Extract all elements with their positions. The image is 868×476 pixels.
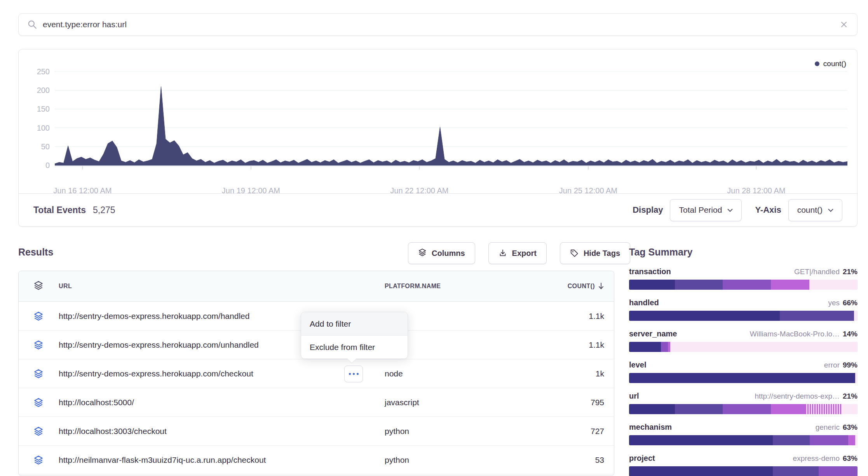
hide-tags-button-label: Hide Tags <box>584 249 620 258</box>
tag-distribution-bar[interactable] <box>629 311 858 321</box>
tag-bar-segment <box>661 342 668 352</box>
tag-top-value: yes <box>828 299 840 307</box>
table-header-row: URL PLATFORM.NAME COUNT() <box>19 271 614 302</box>
tag-bar-segment <box>629 466 773 476</box>
tag-bar-segment <box>675 280 723 290</box>
tag-distribution-bar[interactable] <box>629 466 858 476</box>
count-cell[interactable]: 795 <box>591 388 604 416</box>
tag-bar-segment <box>723 404 770 414</box>
count-cell[interactable]: 1.1k <box>589 302 604 330</box>
tag-bar-segment <box>629 280 675 290</box>
count-cell[interactable]: 727 <box>591 417 604 445</box>
table-row[interactable]: http://localhost:3003/checkout python 72… <box>19 417 614 446</box>
tag-icon <box>570 249 579 257</box>
tag-summary-row: server_name Williams-MacBook-Pro.lo… 14% <box>629 329 858 352</box>
tag-bar-segment <box>805 404 842 414</box>
tag-bar-segment <box>780 311 854 321</box>
layers-icon <box>33 340 44 350</box>
y-axis-tick: 150 <box>25 104 50 114</box>
tag-distribution-bar[interactable] <box>629 373 858 383</box>
count-cell[interactable]: 1.1k <box>589 331 604 359</box>
chevron-down-icon <box>727 208 733 212</box>
hide-tags-button[interactable]: Hide Tags <box>560 242 630 264</box>
display-dropdown[interactable]: Total Period <box>670 199 742 221</box>
url-cell[interactable]: http://sentry-demos-express.herokuapp.co… <box>59 359 253 388</box>
tag-top-percent: 99% <box>843 361 858 369</box>
layers-icon <box>33 369 44 379</box>
url-cell[interactable]: http://localhost:3003/checkout <box>59 417 167 445</box>
platform-cell[interactable]: python <box>385 417 409 445</box>
tag-bar-segment <box>771 404 805 414</box>
y-axis-tick: 100 <box>25 123 50 133</box>
cell-actions-button[interactable] <box>344 366 363 382</box>
count-cell[interactable]: 53 <box>595 446 604 474</box>
layers-icon <box>33 302 44 330</box>
tag-top-percent: 21% <box>843 392 858 401</box>
tag-bar-segment <box>629 342 661 352</box>
results-toolbar: Columns Export Hide Tags <box>408 242 630 264</box>
tag-summary-row: mechanism generic 63% <box>629 423 858 445</box>
export-button-label: Export <box>512 249 537 258</box>
columns-button[interactable]: Columns <box>408 242 475 264</box>
platform-cell[interactable]: javascript <box>385 388 419 416</box>
column-header-platform[interactable]: PLATFORM.NAME <box>385 271 441 301</box>
tag-bar-segment <box>848 435 855 445</box>
layers-icon <box>33 455 44 465</box>
tag-bar-segment <box>675 404 723 414</box>
menu-item-add-to-filter[interactable]: Add to filter <box>301 312 408 336</box>
tag-name: server_name <box>629 329 677 338</box>
column-header-url[interactable]: URL <box>59 271 72 301</box>
count-cell[interactable]: 1k <box>596 359 604 388</box>
tag-distribution-bar[interactable] <box>629 404 858 414</box>
tag-top-percent: 66% <box>843 299 858 307</box>
tag-name: transaction <box>629 267 671 276</box>
tag-top-value: http://sentry-demos-exp… <box>755 392 840 401</box>
layers-icon <box>33 397 44 408</box>
tag-summary-row: transaction GET|/handled 21% <box>629 267 858 290</box>
platform-cell[interactable]: node <box>385 359 403 388</box>
table-row[interactable]: http://localhost:5000/ javascript 795 <box>19 388 614 417</box>
y-axis-tick: 250 <box>25 67 50 76</box>
url-cell[interactable]: http://neilmanvar-flask-m3uuizd7iq-uc.a.… <box>59 446 266 474</box>
chart-footer: Total Events 5,275 Display Total Period … <box>19 193 857 226</box>
tag-top-value: error <box>824 361 840 369</box>
tag-bar-segment <box>855 435 858 445</box>
tag-top-value: GET|/handled <box>794 268 840 276</box>
discover-page: { "search": { "query": "event.type:error… <box>0 0 868 476</box>
download-icon <box>498 249 507 257</box>
tag-bar-segment <box>670 342 858 352</box>
tag-distribution-bar[interactable] <box>629 435 858 445</box>
layers-icon <box>33 359 44 388</box>
yaxis-dropdown[interactable]: count() <box>788 199 842 221</box>
layers-icon <box>33 417 44 445</box>
url-cell[interactable]: http://sentry-demos-express.herokuapp.co… <box>59 302 249 330</box>
column-header-count-label: COUNT() <box>568 283 595 290</box>
tag-summary-row: handled yes 66% <box>629 298 858 321</box>
tag-bar-segment <box>819 466 858 476</box>
tag-bar-segment <box>854 311 858 321</box>
events-chart-panel: count() 050100150200250 Jun 16 12:00 AMJ… <box>18 49 858 227</box>
search-query[interactable]: event.type:error has:url <box>43 20 839 29</box>
tag-top-percent: 63% <box>843 423 858 432</box>
tag-top-value: Williams-MacBook-Pro.lo… <box>750 330 840 338</box>
tag-bar-segment <box>809 280 857 290</box>
url-cell[interactable]: http://sentry-demos-express.herokuapp.co… <box>59 331 259 359</box>
url-cell[interactable]: http://localhost:5000/ <box>59 388 134 416</box>
tag-bar-segment <box>771 280 810 290</box>
platform-cell[interactable]: python <box>385 446 409 474</box>
y-axis-tick: 50 <box>25 142 50 151</box>
chevron-down-icon <box>828 208 833 212</box>
menu-item-exclude-from-filter[interactable]: Exclude from filter <box>301 336 408 359</box>
table-row[interactable]: http://neilmanvar-flask-m3uuizd7iq-uc.a.… <box>19 446 614 474</box>
close-icon[interactable] <box>839 20 849 29</box>
tag-distribution-bar[interactable] <box>629 280 858 290</box>
search-bar[interactable]: event.type:error has:url <box>18 13 858 36</box>
table-row[interactable]: http://sentry-demos-express.herokuapp.co… <box>19 359 614 388</box>
tag-summary-title: Tag Summary <box>629 247 858 258</box>
column-header-count[interactable]: COUNT() <box>568 271 604 301</box>
export-button[interactable]: Export <box>488 242 547 264</box>
y-axis-tick: 200 <box>25 86 50 95</box>
tag-name: mechanism <box>629 423 672 432</box>
tag-distribution-bar[interactable] <box>629 342 858 352</box>
tag-bar-segment <box>855 373 858 383</box>
